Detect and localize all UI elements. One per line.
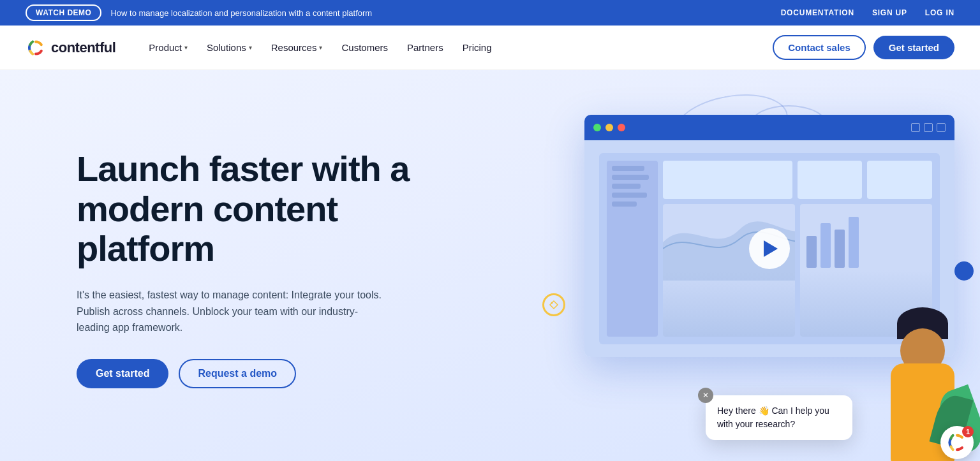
hero-get-started-button[interactable]: Get started (77, 359, 168, 388)
nav-customers-label: Customers (341, 42, 388, 53)
nav-customers[interactable]: Customers (334, 37, 396, 58)
banner-right: DOCUMENTATION SIGN UP LOG IN (781, 8, 954, 17)
nav-partners[interactable]: Partners (399, 37, 451, 58)
browser-bar (584, 115, 954, 140)
chevron-down-icon: ▾ (319, 44, 322, 51)
chevron-down-icon: ▾ (184, 44, 188, 51)
hero-title: Launch faster with a modern content plat… (77, 149, 434, 269)
decoration-circle-blue (954, 261, 974, 281)
navbar: contentful Product ▾ Solutions ▾ Resourc… (0, 26, 980, 70)
contentful-logo-icon (26, 38, 46, 58)
nav-actions: Contact sales Get started (773, 35, 954, 60)
browser-card-sm (798, 161, 862, 199)
window-control-icon (911, 123, 920, 132)
login-link[interactable]: LOG IN (925, 8, 954, 17)
svg-rect-4 (849, 217, 859, 268)
hero-subtitle: It's the easiest, fastest way to manage … (77, 287, 383, 336)
sidebar-item (612, 184, 641, 189)
browser-main (663, 161, 932, 336)
svg-rect-3 (835, 230, 845, 268)
tag-icon (549, 300, 559, 310)
sidebar-item (612, 166, 644, 171)
chat-widget-button[interactable]: 1 (940, 426, 974, 459)
window-control-icon (924, 123, 933, 132)
chat-badge: 1 (962, 426, 974, 437)
signup-link[interactable]: SIGN UP (872, 8, 907, 17)
browser-dot-red (618, 124, 625, 131)
nav-partners-label: Partners (407, 42, 443, 53)
browser-card (663, 161, 792, 199)
browser-card-sm (867, 161, 932, 199)
chat-popup: ✕ Hey there 👋 Can I help you with your r… (706, 395, 852, 440)
browser-dot-yellow (605, 124, 613, 131)
banner-left: WATCH DEMO How to manage localization an… (26, 4, 372, 21)
sidebar-item (612, 193, 646, 198)
sidebar-item (612, 175, 649, 180)
contact-sales-button[interactable]: Contact sales (773, 35, 866, 60)
hero-content: Launch faster with a modern content plat… (77, 149, 434, 388)
top-banner: WATCH DEMO How to manage localization an… (0, 0, 980, 26)
sidebar-item (612, 201, 636, 207)
chat-close-button[interactable]: ✕ (698, 388, 713, 403)
nav-resources-label: Resources (271, 42, 317, 53)
svg-rect-1 (806, 236, 817, 268)
nav-pricing-label: Pricing (463, 42, 492, 53)
hero-section: Launch faster with a modern content plat… (0, 70, 980, 461)
chevron-down-icon: ▾ (249, 44, 252, 51)
nav-product[interactable]: Product ▾ (141, 37, 195, 58)
play-button[interactable] (749, 228, 790, 269)
nav-solutions[interactable]: Solutions ▾ (199, 37, 260, 58)
watch-demo-button[interactable]: WATCH DEMO (26, 4, 101, 21)
browser-chart (663, 204, 795, 336)
svg-rect-2 (820, 223, 831, 268)
documentation-link[interactable]: DOCUMENTATION (781, 8, 854, 17)
hero-buttons: Get started Request a demo (77, 359, 434, 388)
nav-resources[interactable]: Resources ▾ (264, 37, 330, 58)
hero-visual: ✕ Hey there 👋 Can I help you with your r… (546, 96, 980, 461)
nav-product-label: Product (149, 42, 182, 53)
logo-link[interactable]: contentful (26, 38, 115, 58)
nav-pricing[interactable]: Pricing (455, 37, 500, 58)
chat-message: Hey there 👋 Can I help you with your res… (717, 406, 829, 429)
nav-solutions-label: Solutions (207, 42, 246, 53)
window-close-icon (937, 123, 946, 132)
get-started-nav-button[interactable]: Get started (873, 36, 954, 59)
browser-dot-green (593, 124, 601, 131)
logo-text: contentful (51, 40, 115, 56)
nav-links: Product ▾ Solutions ▾ Resources ▾ Custom… (141, 37, 773, 58)
svg-point-5 (551, 302, 553, 304)
hero-request-demo-button[interactable]: Request a demo (179, 359, 296, 388)
browser-sidebar (607, 161, 658, 336)
banner-text: How to manage localization and personali… (110, 8, 372, 18)
decoration-circle-yellow (542, 293, 565, 316)
browser-top-row (663, 161, 932, 199)
